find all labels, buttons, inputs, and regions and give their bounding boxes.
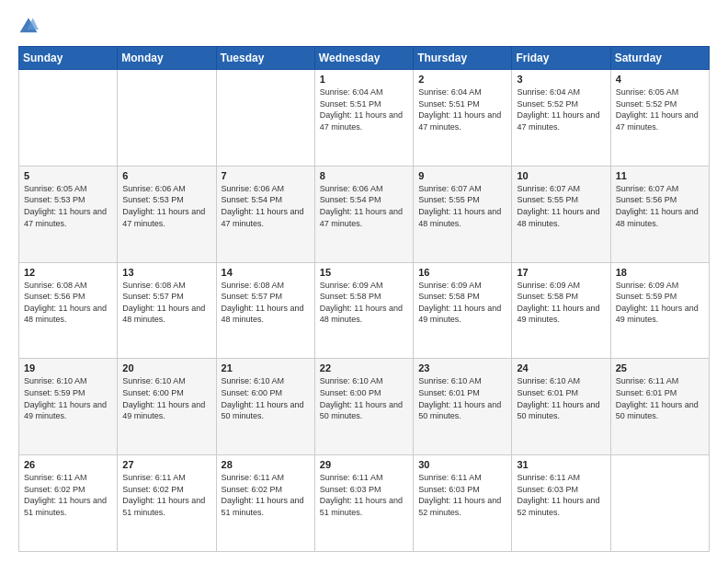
day-info: Sunrise: 6:10 AM Sunset: 6:01 PM Dayligh… <box>418 375 506 421</box>
day-number: 29 <box>320 459 408 470</box>
day-info: Sunrise: 6:09 AM Sunset: 5:58 PM Dayligh… <box>320 280 408 326</box>
calendar-cell <box>19 70 118 167</box>
day-number: 10 <box>517 170 605 181</box>
calendar-cell: 22Sunrise: 6:10 AM Sunset: 6:00 PM Dayli… <box>314 359 413 455</box>
calendar-cell: 21Sunrise: 6:10 AM Sunset: 6:00 PM Dayli… <box>216 359 314 455</box>
calendar-cell: 25Sunrise: 6:11 AM Sunset: 6:01 PM Dayli… <box>610 359 709 455</box>
day-info: Sunrise: 6:11 AM Sunset: 6:02 PM Dayligh… <box>24 472 112 518</box>
day-info: Sunrise: 6:08 AM Sunset: 5:56 PM Dayligh… <box>24 280 112 326</box>
day-info: Sunrise: 6:06 AM Sunset: 5:54 PM Dayligh… <box>320 183 408 229</box>
day-number: 25 <box>616 362 704 373</box>
calendar-cell: 13Sunrise: 6:08 AM Sunset: 5:57 PM Dayli… <box>118 262 216 359</box>
calendar-cell: 29Sunrise: 6:11 AM Sunset: 6:03 PM Dayli… <box>314 455 413 552</box>
calendar-cell: 19Sunrise: 6:10 AM Sunset: 5:59 PM Dayli… <box>19 359 118 455</box>
calendar-week-3: 12Sunrise: 6:08 AM Sunset: 5:56 PM Dayli… <box>19 262 710 359</box>
calendar-cell: 8Sunrise: 6:06 AM Sunset: 5:54 PM Daylig… <box>314 166 413 262</box>
calendar-cell: 11Sunrise: 6:07 AM Sunset: 5:56 PM Dayli… <box>610 166 709 262</box>
day-number: 15 <box>320 267 408 278</box>
calendar-cell <box>118 70 216 167</box>
calendar-cell: 26Sunrise: 6:11 AM Sunset: 6:02 PM Dayli… <box>19 455 118 552</box>
day-info: Sunrise: 6:07 AM Sunset: 5:55 PM Dayligh… <box>418 183 506 229</box>
day-info: Sunrise: 6:06 AM Sunset: 5:54 PM Dayligh… <box>222 183 310 229</box>
header-cell-wednesday: Wednesday <box>314 47 413 70</box>
calendar-cell <box>216 70 314 167</box>
day-info: Sunrise: 6:08 AM Sunset: 5:57 PM Dayligh… <box>222 280 310 326</box>
day-info: Sunrise: 6:07 AM Sunset: 5:55 PM Dayligh… <box>517 183 605 229</box>
day-info: Sunrise: 6:11 AM Sunset: 6:02 PM Dayligh… <box>122 472 210 518</box>
day-info: Sunrise: 6:11 AM Sunset: 6:02 PM Dayligh… <box>222 472 310 518</box>
calendar-cell: 7Sunrise: 6:06 AM Sunset: 5:54 PM Daylig… <box>216 166 314 262</box>
day-number: 20 <box>122 362 210 373</box>
calendar-week-1: 1Sunrise: 6:04 AM Sunset: 5:51 PM Daylig… <box>19 70 710 167</box>
day-number: 19 <box>24 362 112 373</box>
calendar-cell: 23Sunrise: 6:10 AM Sunset: 6:01 PM Dayli… <box>414 359 512 455</box>
day-info: Sunrise: 6:10 AM Sunset: 5:59 PM Dayligh… <box>24 375 112 421</box>
day-info: Sunrise: 6:09 AM Sunset: 5:58 PM Dayligh… <box>418 280 506 326</box>
calendar-cell: 1Sunrise: 6:04 AM Sunset: 5:51 PM Daylig… <box>314 70 413 167</box>
day-number: 17 <box>517 267 605 278</box>
calendar-cell: 18Sunrise: 6:09 AM Sunset: 5:59 PM Dayli… <box>610 262 709 359</box>
calendar-cell: 17Sunrise: 6:09 AM Sunset: 5:58 PM Dayli… <box>512 262 610 359</box>
calendar-cell: 9Sunrise: 6:07 AM Sunset: 5:55 PM Daylig… <box>414 166 512 262</box>
day-info: Sunrise: 6:04 AM Sunset: 5:52 PM Dayligh… <box>517 86 605 132</box>
calendar-cell: 14Sunrise: 6:08 AM Sunset: 5:57 PM Dayli… <box>216 262 314 359</box>
day-number: 11 <box>616 170 704 181</box>
day-info: Sunrise: 6:11 AM Sunset: 6:03 PM Dayligh… <box>418 472 506 518</box>
day-number: 3 <box>517 74 605 85</box>
day-info: Sunrise: 6:11 AM Sunset: 6:01 PM Dayligh… <box>616 375 704 421</box>
day-info: Sunrise: 6:05 AM Sunset: 5:53 PM Dayligh… <box>24 183 112 229</box>
header-cell-friday: Friday <box>512 47 610 70</box>
day-number: 5 <box>24 170 112 181</box>
day-info: Sunrise: 6:10 AM Sunset: 6:00 PM Dayligh… <box>222 375 310 421</box>
day-info: Sunrise: 6:09 AM Sunset: 5:58 PM Dayligh… <box>517 280 605 326</box>
day-info: Sunrise: 6:04 AM Sunset: 5:51 PM Dayligh… <box>418 86 506 132</box>
day-info: Sunrise: 6:04 AM Sunset: 5:51 PM Dayligh… <box>320 86 408 132</box>
calendar-cell: 28Sunrise: 6:11 AM Sunset: 6:02 PM Dayli… <box>216 455 314 552</box>
calendar-header: SundayMondayTuesdayWednesdayThursdayFrid… <box>19 47 710 70</box>
calendar-week-4: 19Sunrise: 6:10 AM Sunset: 5:59 PM Dayli… <box>19 359 710 455</box>
calendar-cell: 4Sunrise: 6:05 AM Sunset: 5:52 PM Daylig… <box>610 70 709 167</box>
calendar-cell <box>610 455 709 552</box>
day-number: 28 <box>222 459 310 470</box>
page: SundayMondayTuesdayWednesdayThursdayFrid… <box>0 0 728 563</box>
day-number: 31 <box>517 459 605 470</box>
calendar-cell: 6Sunrise: 6:06 AM Sunset: 5:53 PM Daylig… <box>118 166 216 262</box>
calendar-table: SundayMondayTuesdayWednesdayThursdayFrid… <box>18 46 710 552</box>
calendar-week-2: 5Sunrise: 6:05 AM Sunset: 5:53 PM Daylig… <box>19 166 710 262</box>
calendar-cell: 27Sunrise: 6:11 AM Sunset: 6:02 PM Dayli… <box>118 455 216 552</box>
header-cell-saturday: Saturday <box>610 47 709 70</box>
day-number: 24 <box>517 362 605 373</box>
day-number: 16 <box>418 267 506 278</box>
day-number: 23 <box>418 362 506 373</box>
day-info: Sunrise: 6:10 AM Sunset: 6:00 PM Dayligh… <box>122 375 210 421</box>
header-row: SundayMondayTuesdayWednesdayThursdayFrid… <box>19 47 710 70</box>
day-number: 27 <box>122 459 210 470</box>
calendar-cell: 12Sunrise: 6:08 AM Sunset: 5:56 PM Dayli… <box>19 262 118 359</box>
day-number: 13 <box>122 267 210 278</box>
header-cell-tuesday: Tuesday <box>216 47 314 70</box>
day-number: 21 <box>222 362 310 373</box>
logo-icon <box>18 17 39 37</box>
calendar-cell: 5Sunrise: 6:05 AM Sunset: 5:53 PM Daylig… <box>19 166 118 262</box>
calendar-cell: 2Sunrise: 6:04 AM Sunset: 5:51 PM Daylig… <box>414 70 512 167</box>
calendar-cell: 10Sunrise: 6:07 AM Sunset: 5:55 PM Dayli… <box>512 166 610 262</box>
day-number: 14 <box>222 267 310 278</box>
day-number: 7 <box>222 170 310 181</box>
day-info: Sunrise: 6:11 AM Sunset: 6:03 PM Dayligh… <box>517 472 605 518</box>
day-number: 12 <box>24 267 112 278</box>
day-info: Sunrise: 6:06 AM Sunset: 5:53 PM Dayligh… <box>122 183 210 229</box>
day-info: Sunrise: 6:09 AM Sunset: 5:59 PM Dayligh… <box>616 280 704 326</box>
day-info: Sunrise: 6:05 AM Sunset: 5:52 PM Dayligh… <box>616 86 704 132</box>
header-cell-monday: Monday <box>118 47 216 70</box>
calendar-cell: 15Sunrise: 6:09 AM Sunset: 5:58 PM Dayli… <box>314 262 413 359</box>
day-info: Sunrise: 6:10 AM Sunset: 6:01 PM Dayligh… <box>517 375 605 421</box>
day-number: 6 <box>122 170 210 181</box>
day-info: Sunrise: 6:08 AM Sunset: 5:57 PM Dayligh… <box>122 280 210 326</box>
day-number: 18 <box>616 267 704 278</box>
day-number: 4 <box>616 74 704 85</box>
header-cell-sunday: Sunday <box>19 47 118 70</box>
header <box>18 17 710 37</box>
day-number: 22 <box>320 362 408 373</box>
day-info: Sunrise: 6:07 AM Sunset: 5:56 PM Dayligh… <box>616 183 704 229</box>
day-number: 8 <box>320 170 408 181</box>
